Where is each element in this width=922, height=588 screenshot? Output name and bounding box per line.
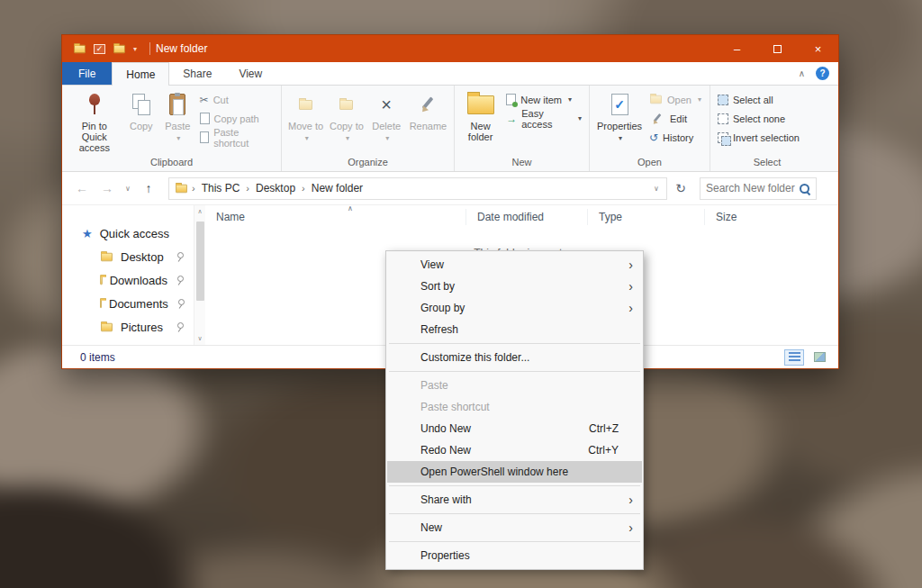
select-none-button[interactable]: Select none: [714, 109, 803, 128]
back-button[interactable]: ←: [71, 181, 93, 195]
up-button[interactable]: ↑: [138, 181, 159, 195]
new-item-button[interactable]: New item ▾: [502, 90, 585, 109]
menu-separator: [389, 541, 640, 542]
large-icons-view-button[interactable]: [809, 349, 829, 366]
menu-separator: [389, 371, 640, 372]
menu-item-open-powershell[interactable]: Open PowerShell window here: [387, 461, 642, 483]
column-header-size[interactable]: Size: [705, 209, 795, 225]
folder-icon[interactable]: [113, 44, 125, 52]
details-view-button[interactable]: [784, 349, 804, 366]
organize-group-label: Organize: [282, 155, 454, 171]
breadcrumb-new-folder[interactable]: New folder: [312, 182, 363, 194]
menu-item-redo-new[interactable]: Redo New Ctrl+Y: [387, 439, 642, 461]
breadcrumb-desktop[interactable]: Desktop: [256, 182, 295, 194]
menu-item-paste: Paste: [387, 375, 642, 396]
menu-item-group-by[interactable]: Group by ›: [387, 297, 642, 319]
sidebar-item-pictures[interactable]: Pictures: [62, 315, 194, 339]
item-count: 0 items: [80, 351, 115, 364]
paste-shortcut-button[interactable]: Paste shortcut: [196, 128, 277, 147]
scroll-down-icon[interactable]: ∨: [197, 332, 202, 345]
keyboard-shortcut: Ctrl+Z: [589, 422, 619, 435]
large-icons-view-icon: [814, 352, 826, 362]
rename-button[interactable]: Rename: [406, 88, 450, 155]
dropdown-caret-icon: ▾: [698, 95, 701, 104]
address-box[interactable]: › This PC › Desktop › New folder ∨: [168, 177, 667, 200]
menu-separator: [389, 485, 640, 486]
edit-button[interactable]: Edit: [646, 109, 705, 128]
column-header-date-modified[interactable]: Date modified: [466, 209, 588, 225]
recent-locations-dropdown[interactable]: ∨: [122, 185, 134, 193]
scroll-up-icon[interactable]: ∧: [197, 205, 202, 218]
chevron-icon: ›: [246, 183, 249, 194]
scrollbar-thumb[interactable]: [196, 222, 204, 301]
sidebar-item-downloads[interactable]: Downloads: [62, 268, 194, 292]
search-icon[interactable]: [799, 183, 810, 194]
history-button[interactable]: ↺ History: [646, 128, 705, 147]
open-button[interactable]: Open ▾: [646, 90, 705, 109]
copy-to-folder-icon: [339, 100, 353, 110]
history-icon: ↺: [649, 132, 658, 143]
context-menu: View › Sort by › Group by › Refresh Cust…: [385, 250, 644, 570]
copy-icon: [132, 94, 150, 115]
invert-selection-button[interactable]: Invert selection: [714, 128, 803, 147]
star-icon: ★: [82, 227, 93, 240]
ribbon-group-clipboard: Pin to Quick access Copy Paste ▾ ✂ Cut: [62, 86, 282, 171]
minimize-button[interactable]: –: [717, 35, 757, 62]
paste-button[interactable]: Paste ▾: [159, 88, 196, 155]
easy-access-button[interactable]: → Easy access ▾: [502, 109, 585, 128]
collapse-ribbon-icon[interactable]: ∧: [799, 68, 805, 78]
menu-item-sort-by[interactable]: Sort by ›: [387, 276, 642, 297]
refresh-button[interactable]: ↻: [671, 181, 691, 195]
close-button[interactable]: ×: [798, 35, 838, 62]
copy-path-button[interactable]: Copy path: [196, 109, 277, 128]
menu-item-share-with[interactable]: Share with ›: [387, 489, 642, 511]
sidebar-item-documents[interactable]: Documents: [62, 292, 194, 315]
sidebar-item-quick-access[interactable]: ★ Quick access: [62, 222, 194, 245]
menu-item-undo-new[interactable]: Undo New Ctrl+Z: [387, 418, 642, 439]
tab-share[interactable]: Share: [169, 62, 225, 85]
open-folder-icon: [650, 95, 662, 104]
ribbon-group-open: ✓ Properties ▾ Open ▾ Edit ↺ Hi: [590, 86, 710, 171]
copy-to-button[interactable]: Copy to ▾: [326, 88, 366, 155]
scissors-icon: ✂: [200, 95, 209, 105]
rename-pencil-icon: [420, 95, 436, 113]
chevron-icon: ›: [302, 183, 305, 194]
menu-item-refresh[interactable]: Refresh: [387, 319, 642, 340]
tab-file[interactable]: File: [62, 62, 112, 85]
tab-view[interactable]: View: [225, 62, 276, 85]
dropdown-caret-icon: ▾: [568, 95, 572, 104]
dropdown-caret-icon: ▾: [385, 134, 389, 142]
maximize-button[interactable]: [757, 35, 798, 62]
new-folder-button[interactable]: New folder: [458, 88, 502, 155]
breadcrumb-this-pc[interactable]: This PC: [202, 182, 240, 194]
forward-button[interactable]: →: [96, 181, 118, 195]
search-box[interactable]: [700, 177, 817, 200]
menu-item-properties[interactable]: Properties: [387, 545, 642, 566]
address-dropdown-icon[interactable]: ∨: [648, 185, 664, 193]
sidebar-scrollbar[interactable]: ∧ ∨: [194, 205, 205, 345]
select-all-icon: [718, 95, 728, 105]
column-header-type[interactable]: Type: [588, 209, 705, 225]
select-all-button[interactable]: Select all: [714, 90, 803, 109]
dropdown-caret-icon: ▾: [619, 134, 622, 142]
properties-button[interactable]: ✓ Properties ▾: [593, 88, 646, 155]
location-folder-icon: [176, 184, 187, 192]
properties-check-icon[interactable]: ✓: [94, 44, 105, 54]
menu-item-view[interactable]: View ›: [387, 254, 642, 276]
help-icon[interactable]: ?: [816, 67, 829, 80]
shortcut-page-icon: [200, 131, 210, 143]
menu-item-new[interactable]: New ›: [387, 517, 642, 538]
menu-item-customize-this-folder[interactable]: Customize this folder...: [387, 347, 642, 368]
search-input[interactable]: [706, 182, 799, 194]
tab-home[interactable]: Home: [112, 62, 169, 86]
dropdown-caret-icon: ▾: [578, 114, 582, 122]
delete-button[interactable]: × Delete ▾: [367, 88, 406, 155]
column-header-name[interactable]: Name: [205, 209, 466, 225]
sidebar-item-desktop[interactable]: Desktop: [62, 245, 194, 268]
copy-button[interactable]: Copy: [123, 88, 160, 155]
move-to-button[interactable]: Move to ▾: [285, 88, 326, 155]
cut-button[interactable]: ✂ Cut: [196, 90, 277, 109]
qat-customize-caret-icon[interactable]: ▾: [133, 45, 137, 53]
folder-icon[interactable]: [74, 44, 86, 52]
pin-to-quick-access-button[interactable]: Pin to Quick access: [66, 88, 123, 155]
